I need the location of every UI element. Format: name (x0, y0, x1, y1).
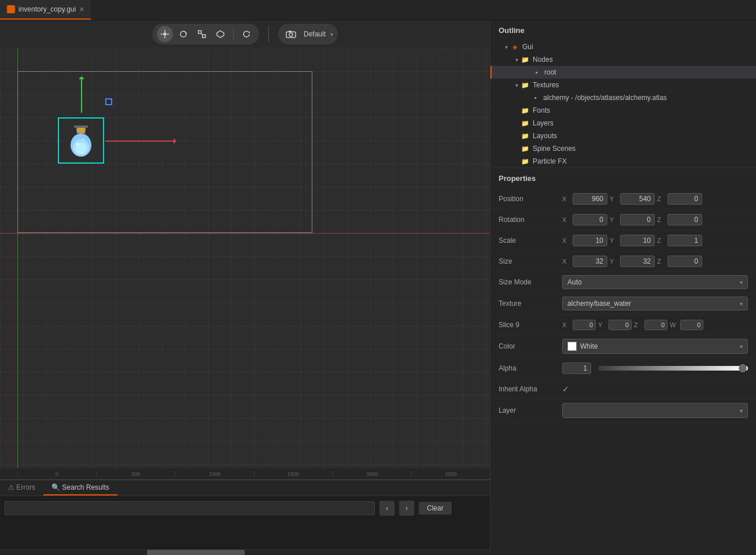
chevron-particle (512, 157, 521, 165)
folder-spine-icon: 📁 (521, 144, 530, 153)
outline-item-fonts[interactable]: 📁 Fonts (491, 104, 756, 117)
outline-label-spine: Spine Scenes (533, 145, 576, 153)
alpha-input[interactable] (562, 362, 591, 374)
nav-prev-button[interactable]: ‹ (379, 501, 394, 516)
toolbar-sep-1 (233, 28, 234, 40)
layer-dropdown[interactable]: ▾ (562, 403, 748, 418)
svg-marker-6 (217, 31, 224, 38)
refresh-button[interactable] (238, 26, 255, 42)
slice9-w-input[interactable] (680, 320, 703, 330)
size-mode-arrow: ▾ (740, 279, 743, 286)
inherit-alpha-checkmark[interactable]: ✓ (562, 384, 569, 394)
outline-item-layouts[interactable]: 📁 Layouts (491, 130, 756, 142)
pos-y-input[interactable] (620, 193, 655, 205)
outline-label-textures: Textures (533, 81, 559, 89)
rotate-tool-button[interactable] (175, 26, 191, 42)
scrollbar-thumb[interactable] (147, 550, 245, 555)
outline-item-spine[interactable]: 📁 Spine Scenes (491, 142, 756, 155)
camera-dropdown-arrow[interactable]: ▾ (330, 31, 333, 38)
canvas-area[interactable] (0, 48, 490, 468)
color-swatch[interactable] (567, 342, 577, 351)
sprite-box[interactable] (58, 117, 104, 164)
clear-button[interactable]: Clear (419, 502, 452, 515)
errors-tab[interactable]: ⚠ Errors (0, 480, 43, 495)
texture-label: Texture (499, 299, 562, 308)
color-dropdown[interactable]: White ▾ (562, 339, 748, 354)
size-mode-row: Size Mode Auto ▾ (491, 272, 756, 293)
folder-nodes-icon: 📁 (521, 55, 530, 64)
move-tool-button[interactable] (157, 26, 173, 42)
layer-row: Layer ▾ (491, 399, 756, 422)
nav-next-button[interactable]: › (399, 501, 414, 516)
rot-z-input[interactable] (668, 214, 702, 225)
search-results-tab[interactable]: 🔍 Search Results (43, 480, 117, 495)
translate-y-handle[interactable] (81, 78, 82, 113)
outline-label-particle: Particle FX (533, 157, 567, 165)
size-y-input[interactable] (620, 256, 655, 267)
outline-label-fonts: Fonts (533, 106, 550, 114)
size-z-input[interactable] (668, 256, 702, 267)
size-row: Size X Y Z (491, 251, 756, 272)
rot-x-input[interactable] (573, 214, 607, 225)
outline-item-textures[interactable]: ▾ 📁 Textures (491, 79, 756, 91)
selection-handle[interactable] (105, 98, 112, 105)
layer-label: Layer (499, 406, 562, 415)
scale-x-input[interactable] (573, 235, 607, 246)
outline-item-alchemy[interactable]: ▪ alchemy - /objects/atlases/alchemy.atl… (491, 91, 756, 104)
slice9-z-label: Z (634, 321, 642, 328)
sprite-container[interactable] (58, 117, 104, 164)
anchor-tool-button[interactable] (212, 26, 228, 42)
size-mode-fields: Auto ▾ (562, 275, 748, 289)
rot-y-input[interactable] (620, 214, 655, 225)
color-row: Color White ▾ (491, 335, 756, 358)
outline-label-nodes: Nodes (533, 56, 553, 64)
alpha-thumb[interactable] (739, 364, 747, 372)
scale-y-input[interactable] (620, 235, 655, 246)
search-icon: 🔍 (51, 483, 62, 491)
svg-rect-4 (202, 35, 205, 38)
ruler-mark-4: 2000 (333, 471, 411, 477)
scale-fields: X Y Z (562, 235, 748, 246)
inherit-alpha-fields: ✓ (562, 384, 748, 394)
file-tab[interactable]: inventory_copy.gui × (0, 0, 91, 20)
outline-item-layers[interactable]: 📁 Layers (491, 117, 756, 130)
outline-label-alchemy: alchemy - /objects/atlases/alchemy.atlas (543, 94, 667, 102)
bottom-content: ‹ › Clear (0, 496, 490, 549)
outline-item-nodes[interactable]: ▾ 📁 Nodes (491, 53, 756, 66)
horizontal-scrollbar[interactable] (0, 549, 490, 555)
slice9-x-input[interactable] (573, 320, 596, 330)
slice9-z-input[interactable] (644, 320, 668, 330)
camera-button[interactable] (283, 26, 299, 42)
tab-bar: inventory_copy.gui × (0, 0, 756, 20)
folder-fonts-icon: 📁 (521, 106, 530, 115)
color-arrow: ▾ (740, 343, 743, 350)
size-x-input[interactable] (573, 256, 607, 267)
horizontal-ruler: 0 500 1000 1500 2000 2500 (0, 468, 490, 480)
file-alchemy-icon: ▪ (531, 93, 540, 102)
scale-z-input[interactable] (668, 235, 702, 246)
slice9-w-label: W (670, 321, 678, 328)
texture-dropdown[interactable]: alchemy/base_water ▾ (562, 297, 748, 310)
scale-tool-button[interactable] (194, 26, 210, 42)
search-input[interactable] (5, 501, 375, 515)
outline-item-particle[interactable]: 📁 Particle FX (491, 155, 756, 168)
pos-z-input[interactable] (668, 193, 702, 205)
layer-fields: ▾ (562, 403, 748, 418)
outline-item-gui[interactable]: ▾ ◈ Gui (491, 40, 756, 53)
slice9-fields: X Y Z W (562, 320, 748, 330)
slice9-y-input[interactable] (609, 320, 632, 330)
slice9-label: Slice 9 (499, 321, 562, 329)
file-tab-close[interactable]: × (79, 5, 84, 13)
outline-item-root[interactable]: ▪ root (491, 66, 756, 79)
right-panel: Outline ▾ ◈ Gui ▾ 📁 Nodes ▪ root ▾ (490, 20, 756, 555)
editor-area: Default ▾ (0, 20, 490, 555)
properties-header: Properties (491, 168, 756, 188)
size-mode-dropdown[interactable]: Auto ▾ (562, 275, 748, 289)
svg-rect-12 (74, 125, 88, 128)
size-label: Size (499, 257, 562, 265)
translate-x-handle[interactable] (105, 140, 175, 142)
size-mode-label: Size Mode (499, 278, 562, 286)
position-fields: X Y Z (562, 193, 748, 205)
alpha-slider[interactable] (598, 366, 748, 371)
pos-x-input[interactable] (573, 193, 607, 205)
